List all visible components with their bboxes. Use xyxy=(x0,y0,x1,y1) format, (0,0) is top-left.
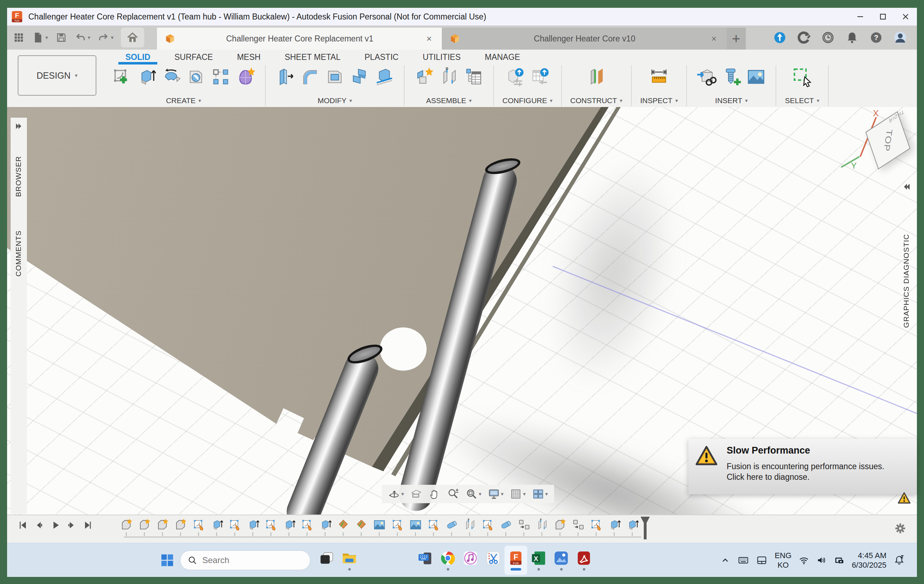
viewports-icon[interactable]: ▾ xyxy=(530,488,551,500)
timeline-feature-canvas[interactable] xyxy=(373,518,386,531)
itunes-taskbar-button[interactable] xyxy=(459,546,482,575)
extensions-icon[interactable] xyxy=(773,31,787,44)
fillet-icon[interactable] xyxy=(299,66,321,88)
ribbon-tab-sheet-metal[interactable]: SHEET METAL xyxy=(272,49,353,64)
slow-performance-toast[interactable]: Slow Performance Fusion is encountering … xyxy=(688,439,917,494)
phone-link-taskbar-button[interactable] xyxy=(414,546,437,575)
ribbon-tab-manage[interactable]: MANAGE xyxy=(473,49,532,64)
ribbon-tab-solid[interactable]: SOLID xyxy=(113,49,162,64)
excel-taskbar-button[interactable]: X xyxy=(527,546,550,575)
combine-icon[interactable] xyxy=(349,66,371,88)
touchpad-icon[interactable] xyxy=(756,554,767,566)
joint-icon[interactable] xyxy=(438,66,460,88)
timeline-feature-sketch[interactable] xyxy=(228,518,242,531)
timeline-feature-component[interactable] xyxy=(120,518,133,531)
zoom-icon[interactable] xyxy=(445,488,462,500)
help-icon[interactable]: ? xyxy=(870,31,883,44)
toolbar-group-label[interactable]: ASSEMBLE▾ xyxy=(426,96,472,105)
notification-line2[interactable]: Click here to diagnose. xyxy=(727,472,884,482)
performance-warning-icon[interactable] xyxy=(898,492,911,505)
config-table-icon[interactable] xyxy=(529,66,551,88)
ribbon-tab-mesh[interactable]: MESH xyxy=(225,49,272,64)
taskbar-search[interactable] xyxy=(180,550,310,570)
bom-icon[interactable] xyxy=(463,66,485,88)
timeline-feature-component[interactable] xyxy=(553,518,567,531)
step-back-button[interactable] xyxy=(33,520,45,531)
document-tab[interactable]: Challenger Heater Core Replacement v1× xyxy=(157,28,442,49)
insert-canvas-icon[interactable] xyxy=(745,66,767,88)
timeline-feature-joint[interactable] xyxy=(463,518,477,531)
timeline-feature-sketch[interactable] xyxy=(481,518,495,531)
minimize-button[interactable] xyxy=(849,8,871,25)
notification-bell-icon[interactable] xyxy=(894,554,905,566)
clock[interactable]: 4:45 AM 6/30/2025 xyxy=(852,551,886,570)
toolbar-group-label[interactable]: CREATE▾ xyxy=(166,96,201,105)
timeline-feature-cylinder[interactable] xyxy=(445,518,459,531)
new-tab-button[interactable]: + xyxy=(727,28,746,49)
step-forward-button[interactable] xyxy=(66,520,77,531)
timeline-feature-extrude[interactable] xyxy=(246,518,260,531)
go-to-start-button[interactable] xyxy=(17,520,28,531)
split-body-icon[interactable] xyxy=(373,66,395,88)
timeline-feature-extrude[interactable] xyxy=(210,518,224,531)
toolbar-group-label[interactable]: INSERT▾ xyxy=(715,96,747,105)
view-cube-face[interactable]: TOP xyxy=(866,111,911,169)
fusion-taskbar-button[interactable]: FFUS xyxy=(505,546,527,575)
close-tab-icon[interactable]: × xyxy=(709,33,718,44)
timeline-feature-sketch[interactable] xyxy=(300,518,314,531)
revolve-icon[interactable] xyxy=(160,66,182,88)
ribbon-tab-utilities[interactable]: UTILITIES xyxy=(411,49,473,64)
timeline-settings-gear-icon[interactable] xyxy=(894,522,906,535)
close-tab-icon[interactable]: × xyxy=(424,33,434,44)
toolbar-group-label[interactable]: SELECT▾ xyxy=(785,96,819,105)
create-sketch-icon[interactable] xyxy=(111,66,132,88)
display-settings-icon[interactable]: ▾ xyxy=(485,488,506,500)
play-button[interactable] xyxy=(50,520,61,531)
chevrons-right-icon[interactable] xyxy=(14,121,24,131)
toolbar-group-label[interactable]: INSPECT▾ xyxy=(640,96,678,105)
chevrons-left-icon[interactable] xyxy=(901,181,912,192)
timeline-feature-extrude[interactable] xyxy=(318,518,332,531)
home-button[interactable] xyxy=(121,28,144,48)
hole-icon[interactable] xyxy=(185,66,207,88)
avatar-icon[interactable] xyxy=(894,31,907,44)
timeline-feature-move[interactable] xyxy=(517,518,531,531)
file-button[interactable]: ▾ xyxy=(32,31,48,44)
notifications-icon[interactable] xyxy=(845,31,859,44)
app-grid-button[interactable] xyxy=(13,31,25,44)
form-icon[interactable] xyxy=(234,66,256,88)
pattern-icon[interactable] xyxy=(210,66,232,88)
construction-plane-icon[interactable] xyxy=(585,66,607,88)
timeline-feature-extrude[interactable] xyxy=(607,518,621,531)
ribbon-tab-surface[interactable]: SURFACE xyxy=(162,49,225,64)
extrude-icon[interactable] xyxy=(135,66,157,88)
insert-derive-icon[interactable] xyxy=(695,66,718,88)
language-indicator[interactable]: ENG KO xyxy=(774,551,792,570)
comments-panel-tab[interactable]: COMMENTS xyxy=(14,230,23,277)
tray-expand-icon[interactable] xyxy=(720,555,731,566)
timeline-playhead[interactable] xyxy=(640,517,650,539)
timeline-feature-move[interactable] xyxy=(571,518,585,531)
timeline-feature-component[interactable] xyxy=(174,518,187,531)
timeline-feature-plane[interactable] xyxy=(355,518,368,531)
new-component-icon[interactable] xyxy=(413,66,435,88)
save-button[interactable] xyxy=(55,31,67,44)
close-button[interactable] xyxy=(894,8,917,25)
wifi-icon[interactable] xyxy=(799,555,809,566)
timeline-feature-extrude[interactable] xyxy=(626,518,639,531)
timeline-feature-component[interactable] xyxy=(138,518,151,531)
shell-icon[interactable] xyxy=(324,66,346,88)
document-tab[interactable]: Challenger Heater Core v10× xyxy=(442,28,727,49)
cast-sync-icon[interactable] xyxy=(834,555,845,566)
timeline-feature-sketch[interactable] xyxy=(427,518,441,531)
browser-panel-tab[interactable]: BROWSER xyxy=(14,156,23,197)
timeline-feature-joint[interactable] xyxy=(535,518,549,531)
timeline-feature-sketch[interactable] xyxy=(391,518,404,531)
redo-button[interactable]: ▾ xyxy=(97,31,114,44)
graphics-diagnostic-tab[interactable]: GRAPHICS DIAGNOSTIC xyxy=(902,234,912,328)
photos-taskbar-button[interactable] xyxy=(550,546,573,575)
toolbar-group-label[interactable]: CONSTRUCT▾ xyxy=(571,96,622,105)
timeline-feature-sketch[interactable] xyxy=(589,518,603,531)
timeline-feature-canvas[interactable] xyxy=(409,518,422,531)
pan-icon[interactable] xyxy=(426,488,443,500)
